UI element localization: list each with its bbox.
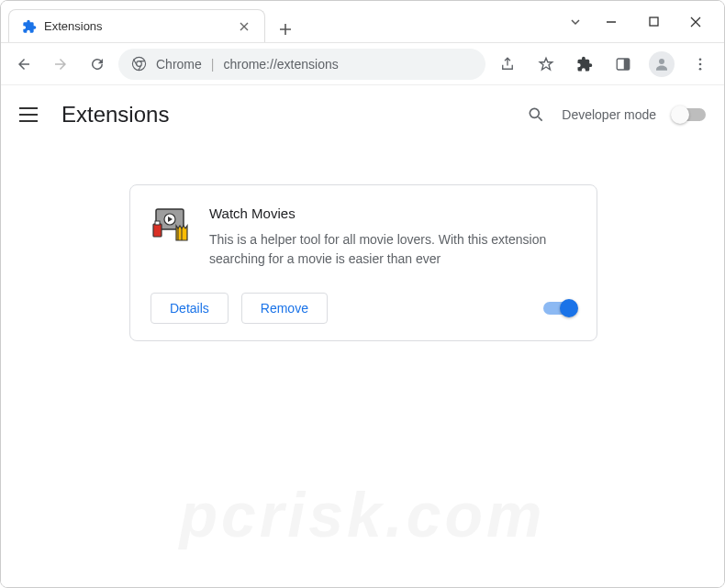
bookmark-star-icon[interactable] xyxy=(530,48,563,81)
extensions-header: Extensions Developer mode xyxy=(1,85,724,144)
extensions-puzzle-icon[interactable] xyxy=(568,48,601,81)
developer-mode-toggle[interactable] xyxy=(673,108,706,121)
svg-rect-4 xyxy=(624,59,630,70)
chrome-icon xyxy=(131,56,147,72)
share-icon[interactable] xyxy=(491,48,524,81)
extensions-page: Extensions Developer mode xyxy=(1,85,724,587)
extension-description: This is a helper tool for all movie love… xyxy=(209,230,576,269)
developer-mode-label: Developer mode xyxy=(562,107,656,122)
extension-app-icon xyxy=(151,205,191,246)
details-button[interactable]: Details xyxy=(151,293,229,324)
omnibox-divider: | xyxy=(211,57,215,72)
extension-name: Watch Movies xyxy=(209,205,576,221)
omnibox-scheme: Chrome xyxy=(156,57,202,72)
kebab-menu-icon[interactable] xyxy=(684,48,717,81)
tab-title: Extensions xyxy=(44,19,229,33)
svg-rect-12 xyxy=(153,224,162,237)
hamburger-menu-icon[interactable] xyxy=(19,104,41,126)
svg-point-8 xyxy=(699,67,702,70)
minimize-button[interactable] xyxy=(590,7,632,37)
titlebar: Extensions xyxy=(1,1,724,43)
extension-enabled-toggle[interactable] xyxy=(543,302,576,315)
browser-window: Extensions xyxy=(0,0,725,588)
back-button[interactable] xyxy=(8,49,39,80)
browser-tab[interactable]: Extensions xyxy=(8,9,265,42)
page-title: Extensions xyxy=(61,102,169,128)
svg-point-9 xyxy=(530,108,540,117)
maximize-button[interactable] xyxy=(632,7,675,37)
close-window-button[interactable] xyxy=(675,7,717,37)
remove-button[interactable]: Remove xyxy=(241,293,328,324)
reload-button[interactable] xyxy=(82,49,113,80)
chevron-down-icon[interactable] xyxy=(561,7,590,37)
profile-avatar[interactable] xyxy=(645,48,678,81)
toolbar: Chrome | chrome://extensions xyxy=(1,43,724,85)
omnibox-path: chrome://extensions xyxy=(223,57,338,72)
svg-rect-0 xyxy=(650,17,658,26)
window-controls xyxy=(553,1,724,42)
close-tab-icon[interactable] xyxy=(237,19,251,34)
puzzle-icon xyxy=(22,19,37,34)
tab-strip: Extensions xyxy=(1,1,553,42)
svg-rect-13 xyxy=(155,221,160,225)
watermark: pcrisk.com xyxy=(179,479,545,550)
new-tab-button[interactable] xyxy=(273,17,298,42)
svg-point-6 xyxy=(699,58,702,61)
side-panel-icon[interactable] xyxy=(607,48,640,81)
extensions-list: Watch Movies This is a helper tool for a… xyxy=(1,144,724,341)
svg-point-7 xyxy=(699,62,702,65)
svg-point-5 xyxy=(659,59,664,64)
address-bar[interactable]: Chrome | chrome://extensions xyxy=(118,49,485,80)
search-icon[interactable] xyxy=(527,105,545,124)
extension-card: Watch Movies This is a helper tool for a… xyxy=(129,184,597,341)
forward-button[interactable] xyxy=(45,49,76,80)
